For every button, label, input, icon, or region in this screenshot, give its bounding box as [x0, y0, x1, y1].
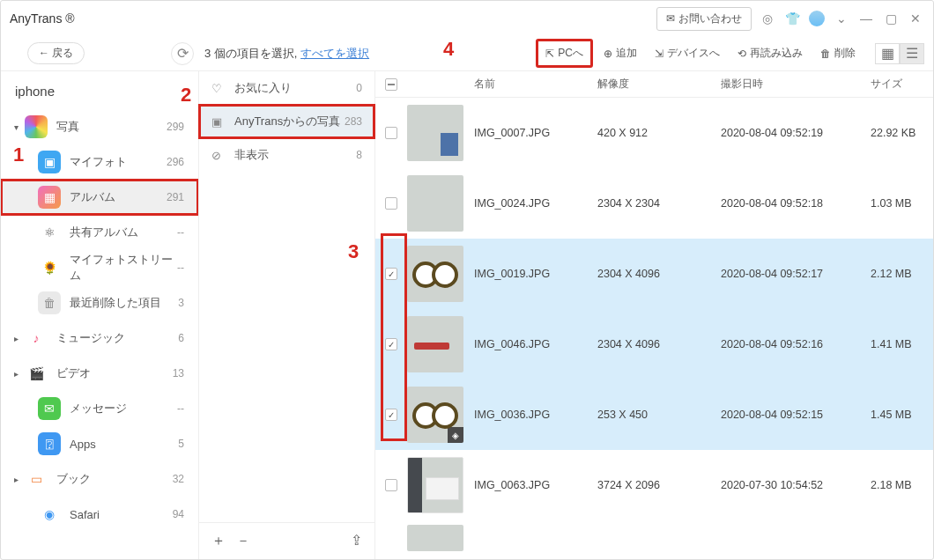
- file-name: IMG_0036.JPG: [474, 409, 597, 421]
- sidebar-item-8[interactable]: ✉ メッセージ --: [1, 391, 198, 426]
- chevron-down-icon[interactable]: ⌄: [833, 10, 850, 27]
- add-label: 追加: [616, 46, 637, 61]
- sidebar-item-label: 共有アルバム: [70, 225, 177, 240]
- sidebar-item-count: 5: [178, 438, 184, 450]
- col-resolution[interactable]: 解像度: [597, 77, 721, 92]
- device-icon: ⇲: [655, 48, 663, 60]
- sidebar-item-count: 291: [167, 191, 184, 203]
- overlay-icon: ◈: [448, 427, 463, 443]
- album-filter-1[interactable]: ▣ AnyTransからの写真 283: [199, 105, 374, 138]
- grid-view-button[interactable]: ▦: [875, 43, 900, 64]
- row-checkbox[interactable]: [385, 197, 397, 210]
- category-icon: 🗑: [38, 291, 61, 314]
- row-checkbox[interactable]: [385, 479, 397, 491]
- share-button[interactable]: ⇪: [351, 532, 362, 550]
- add-album-button[interactable]: ＋: [211, 532, 226, 550]
- sidebar-item-count: 296: [167, 156, 184, 168]
- file-date: 2020-08-04 09:52:17: [721, 268, 871, 280]
- row-checkbox[interactable]: [385, 127, 397, 139]
- table-row[interactable]: IMG_0019.JPG 2304 X 4096 2020-08-04 09:5…: [375, 239, 933, 309]
- col-date[interactable]: 撮影日時: [721, 77, 871, 92]
- row-checkbox[interactable]: [385, 268, 397, 280]
- reload-button[interactable]: ⟲ 再読み込み: [730, 41, 810, 65]
- col-name[interactable]: 名前: [474, 77, 597, 92]
- sidebar-item-count: 13: [173, 367, 184, 379]
- sidebar-item-10[interactable]: ▸ ▭ ブック 32: [1, 461, 198, 497]
- table-row[interactable]: IMG_0046.JPG 2304 X 4096 2020-08-04 09:5…: [375, 309, 933, 379]
- select-all-link[interactable]: すべてを選択: [300, 47, 369, 60]
- to-pc-button[interactable]: ⇱ PCへ: [536, 39, 593, 68]
- sidebar-item-5[interactable]: 🗑 最近削除した項目 3: [1, 285, 198, 321]
- sidebar-item-6[interactable]: ▸ ♪ ミュージック 6: [1, 321, 198, 356]
- back-button[interactable]: ← 戻る: [27, 42, 85, 64]
- export-icon: ⇱: [545, 48, 554, 60]
- table-row[interactable]: IMG_0024.JPG 2304 X 2304 2020-08-04 09:5…: [375, 168, 933, 239]
- list-icon: ☰: [906, 45, 918, 62]
- app-name: AnyTrans ®: [10, 11, 656, 26]
- col-size[interactable]: サイズ: [871, 77, 924, 92]
- close-icon[interactable]: ✕: [907, 10, 924, 27]
- category-icon: ▭: [25, 468, 48, 490]
- minimize-icon[interactable]: —: [857, 10, 875, 27]
- sidebar-item-1[interactable]: ▣ マイフォト 296: [1, 144, 198, 180]
- sidebar-item-count: 32: [173, 473, 184, 485]
- delete-button[interactable]: 🗑 削除: [813, 41, 863, 65]
- back-label: 戻る: [52, 47, 73, 59]
- table-row[interactable]: ◈ IMG_0036.JPG 253 X 450 2020-08-04 09:5…: [375, 379, 933, 450]
- sidebar-item-0[interactable]: ▾ 写真 299: [1, 109, 198, 144]
- select-all-checkbox[interactable]: [385, 78, 397, 91]
- expand-icon: ▾: [14, 122, 25, 132]
- table-row[interactable]: IMG_0063.JPG 3724 X 2096 2020-07-30 10:5…: [375, 450, 933, 520]
- file-size: 1.03 MB: [871, 197, 924, 210]
- sidebar: iphone ▾ 写真 299 ▣ マイフォト 296 ▦ アルバム 291 ⚛…: [1, 71, 199, 559]
- file-name: IMG_0024.JPG: [474, 197, 597, 210]
- refresh-button[interactable]: ⟳: [171, 42, 194, 65]
- file-date: 2020-08-04 09:52:19: [721, 127, 871, 139]
- album-filter-0[interactable]: ♡ お気に入り 0: [199, 71, 374, 105]
- file-size: 22.92 KB: [871, 127, 924, 139]
- album-list: ♡ お気に入り 0▣ AnyTransからの写真 283⊘ 非表示 8 ＋ － …: [199, 71, 375, 559]
- file-name: IMG_0019.JPG: [474, 268, 597, 280]
- view-toggle: ▦ ☰: [875, 43, 924, 64]
- remove-album-button[interactable]: －: [236, 532, 250, 550]
- table-row[interactable]: IMG_0007.JPG 420 X 912 2020-08-04 09:52:…: [375, 98, 933, 168]
- title-bar: AnyTrans ® ✉ お問い合わせ ◎ 👕 ⌄ — ▢ ✕: [1, 1, 933, 36]
- maximize-icon[interactable]: ▢: [882, 10, 900, 27]
- category-icon: [25, 115, 48, 138]
- sidebar-item-3[interactable]: ⚛ 共有アルバム --: [1, 215, 198, 250]
- to-device-button[interactable]: ⇲ デバイスへ: [648, 41, 727, 65]
- sidebar-item-count: --: [177, 226, 184, 239]
- add-button[interactable]: ⊕ 追加: [597, 41, 644, 65]
- sidebar-item-7[interactable]: ▸ 🎬 ビデオ 13: [1, 356, 198, 391]
- sidebar-item-2[interactable]: ▦ アルバム 291: [1, 180, 198, 215]
- expand-icon: ▸: [14, 334, 25, 343]
- table-header: 名前 解像度 撮影日時 サイズ: [375, 71, 933, 98]
- sidebar-item-label: ビデオ: [56, 365, 173, 381]
- device-name: iphone: [1, 78, 198, 109]
- shirt-icon[interactable]: 👕: [783, 10, 801, 27]
- toolbar: ← 戻る ⟳ 3 個の項目を選択, すべてを選択 ⇱ PCへ ⊕ 追加 ⇲ デバ…: [1, 36, 933, 71]
- category-icon: ✉: [38, 397, 61, 420]
- contact-button[interactable]: ✉ お問い合わせ: [656, 7, 752, 31]
- sidebar-item-label: アルバム: [70, 189, 167, 205]
- search-icon[interactable]: ◎: [759, 10, 776, 27]
- mail-icon: ✉: [666, 12, 675, 25]
- thumbnail: [407, 105, 463, 161]
- plus-icon: ⊕: [604, 48, 612, 60]
- filter-count: 8: [356, 149, 362, 161]
- file-size: 2.18 MB: [871, 479, 924, 491]
- user-avatar[interactable]: [808, 10, 826, 27]
- sidebar-item-11[interactable]: ◉ Safari 94: [1, 497, 198, 532]
- sidebar-item-count: 6: [178, 332, 184, 344]
- selection-info: 3 個の項目を選択, すべてを選択: [204, 46, 369, 62]
- row-checkbox[interactable]: [385, 409, 397, 421]
- filter-label: お気に入り: [234, 80, 356, 96]
- table-row[interactable]: [375, 520, 933, 556]
- sidebar-item-count: 3: [178, 297, 184, 309]
- album-filter-2[interactable]: ⊘ 非表示 8: [199, 138, 374, 172]
- list-view-button[interactable]: ☰: [900, 43, 924, 64]
- sidebar-item-9[interactable]: ⍰ Apps 5: [1, 426, 198, 461]
- file-date: 2020-08-04 09:52:18: [721, 197, 871, 210]
- sidebar-item-4[interactable]: 🌻 マイフォトストリーム --: [1, 250, 198, 285]
- row-checkbox[interactable]: [385, 338, 397, 350]
